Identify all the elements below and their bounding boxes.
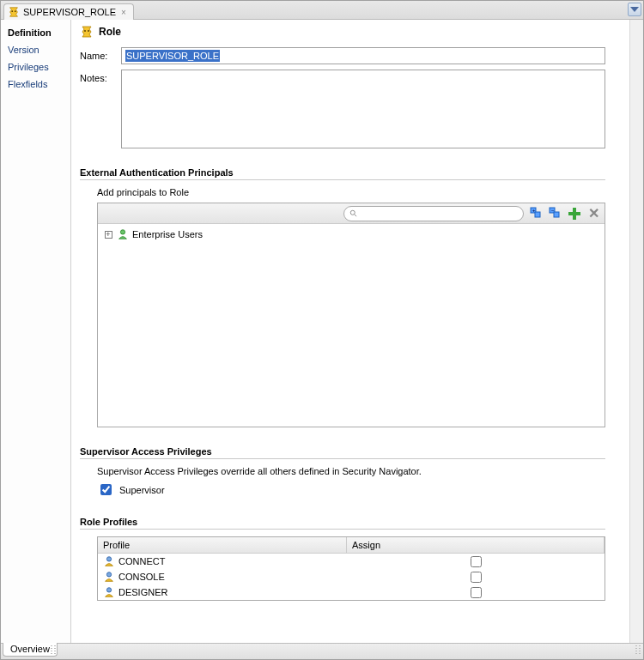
role-icon bbox=[80, 25, 94, 39]
main-area: Definition Version Privileges Flexfields bbox=[1, 20, 643, 643]
profile-icon bbox=[103, 571, 115, 583]
notes-label: Notes: bbox=[80, 70, 114, 83]
ext-auth-subtext: Add principals to Role bbox=[97, 187, 605, 197]
search-input[interactable] bbox=[361, 208, 518, 220]
drag-handle-icon bbox=[51, 645, 56, 655]
principals-toolbar: + − ✕ bbox=[98, 203, 605, 224]
close-icon[interactable]: × bbox=[119, 8, 128, 17]
svg-rect-10 bbox=[554, 212, 559, 217]
svg-text:+: + bbox=[532, 208, 536, 213]
tab-list-button[interactable] bbox=[628, 3, 641, 16]
ext-auth-title: External Authentication Principals bbox=[80, 167, 605, 178]
vertical-scrollbar[interactable] bbox=[629, 20, 643, 643]
profile-name: CONNECT bbox=[118, 556, 165, 566]
side-item-definition[interactable]: Definition bbox=[3, 25, 69, 40]
table-row[interactable]: CONSOLE bbox=[98, 569, 605, 584]
search-icon bbox=[349, 209, 358, 218]
assign-checkbox[interactable] bbox=[471, 572, 482, 583]
svg-rect-13 bbox=[568, 212, 580, 215]
tree-node-label: Enterprise Users bbox=[132, 229, 203, 239]
side-nav: Definition Version Privileges Flexfields bbox=[1, 20, 71, 643]
svg-point-17 bbox=[106, 588, 111, 592]
svg-point-15 bbox=[106, 557, 111, 561]
supervisor-checkbox[interactable] bbox=[100, 484, 112, 495]
person-icon bbox=[117, 228, 129, 240]
bottom-tab-overview[interactable]: Overview bbox=[3, 643, 58, 657]
svg-point-1 bbox=[15, 10, 16, 12]
col-profile[interactable]: Profile bbox=[98, 537, 347, 553]
editor-tab-supervisor-role[interactable]: SUPERVISOR_ROLE × bbox=[3, 3, 134, 20]
editor-tab-bar: SUPERVISOR_ROLE × bbox=[1, 1, 643, 20]
bottom-tab-bar: Overview bbox=[1, 643, 643, 659]
role-header: Role bbox=[80, 25, 605, 39]
svg-rect-7 bbox=[535, 212, 540, 217]
role-title: Role bbox=[99, 26, 121, 38]
tree-row[interactable]: + Enterprise Users bbox=[103, 227, 599, 241]
profile-icon bbox=[103, 586, 115, 598]
svg-text:−: − bbox=[551, 208, 555, 213]
table-row[interactable]: DESIGNER bbox=[98, 584, 605, 600]
supervisor-title: Supervisor Access Privileges bbox=[80, 446, 605, 457]
name-input[interactable]: SUPERVISOR_ROLE bbox=[121, 47, 605, 64]
svg-point-3 bbox=[88, 30, 89, 32]
remove-button[interactable]: ✕ bbox=[586, 206, 601, 221]
search-field[interactable] bbox=[343, 206, 524, 221]
content-panel: Role Name: SUPERVISOR_ROLE Notes: bbox=[71, 20, 629, 609]
svg-point-4 bbox=[350, 210, 355, 215]
notes-input[interactable] bbox=[121, 70, 605, 148]
drag-handle-icon bbox=[635, 645, 641, 655]
name-label: Name: bbox=[80, 47, 114, 61]
principals-tree[interactable]: + Enterprise Users bbox=[98, 224, 605, 427]
role-icon bbox=[8, 6, 20, 18]
profile-name: CONSOLE bbox=[118, 572, 165, 582]
role-profiles-title: Role Profiles bbox=[80, 517, 605, 527]
x-icon: ✕ bbox=[588, 207, 599, 221]
collapse-all-button[interactable]: − bbox=[548, 206, 563, 221]
assign-checkbox[interactable] bbox=[471, 556, 482, 567]
add-button[interactable] bbox=[567, 206, 582, 221]
supervisor-desc: Supervisor Access Privileges override al… bbox=[97, 466, 605, 476]
side-item-version[interactable]: Version bbox=[3, 42, 69, 58]
principals-panel: + − ✕ bbox=[97, 203, 605, 427]
divider bbox=[80, 529, 605, 530]
profile-name: DESIGNER bbox=[118, 587, 167, 597]
name-value: SUPERVISOR_ROLE bbox=[125, 50, 220, 62]
expand-all-button[interactable]: + bbox=[529, 206, 544, 221]
profile-icon bbox=[103, 555, 115, 567]
divider bbox=[80, 179, 605, 180]
divider bbox=[80, 458, 605, 459]
window: SUPERVISOR_ROLE × Definition Version Pri… bbox=[0, 0, 644, 660]
side-item-flexfields[interactable]: Flexfields bbox=[3, 76, 69, 92]
editor-tab-label: SUPERVISOR_ROLE bbox=[23, 7, 116, 17]
side-item-privileges[interactable]: Privileges bbox=[3, 59, 69, 75]
expand-icon[interactable]: + bbox=[103, 229, 113, 239]
assign-checkbox[interactable] bbox=[471, 587, 482, 598]
svg-point-16 bbox=[106, 572, 111, 577]
table-header-row: Profile Assign bbox=[98, 537, 605, 554]
svg-point-0 bbox=[11, 10, 13, 12]
profiles-table: Profile Assign CONNECT bbox=[97, 536, 605, 601]
svg-point-2 bbox=[84, 30, 86, 32]
supervisor-checkbox-label: Supervisor bbox=[119, 485, 165, 495]
svg-point-14 bbox=[120, 230, 125, 234]
table-row[interactable]: CONNECT bbox=[98, 554, 605, 569]
svg-line-5 bbox=[355, 214, 357, 216]
col-assign[interactable]: Assign bbox=[347, 537, 605, 553]
